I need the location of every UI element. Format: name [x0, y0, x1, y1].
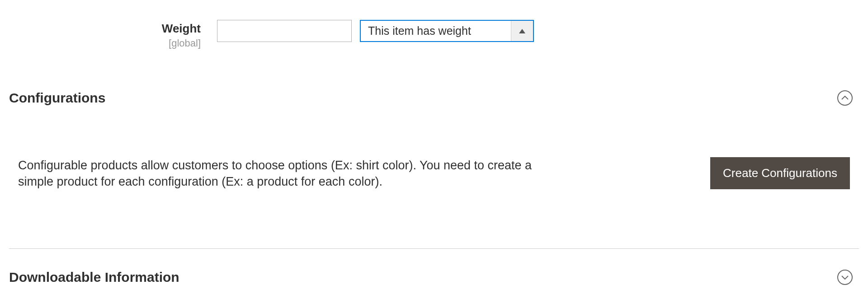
- weight-select-value: This item has weight: [361, 21, 511, 41]
- weight-scope: [global]: [0, 37, 201, 49]
- create-configurations-button[interactable]: Create Configurations: [710, 157, 850, 189]
- weight-controls: lbs This item has weight: [217, 20, 534, 42]
- downloadable-section-header[interactable]: Downloadable Information: [9, 249, 859, 294]
- svg-marker-0: [519, 29, 525, 33]
- downloadable-section: Downloadable Information: [0, 249, 868, 294]
- configurations-description: Configurable products allow customers to…: [18, 157, 538, 190]
- weight-input[interactable]: [217, 20, 363, 42]
- weight-field-row: Weight [global] lbs This item has weight: [0, 0, 868, 59]
- downloadable-title: Downloadable Information: [9, 270, 179, 285]
- configurations-title: Configurations: [9, 90, 105, 106]
- weight-label-column: Weight [global]: [0, 20, 217, 50]
- chevron-up-icon: [511, 21, 533, 41]
- chevron-down-icon: [837, 270, 853, 285]
- weight-has-weight-select[interactable]: This item has weight: [360, 20, 534, 42]
- configurations-section-header[interactable]: Configurations: [9, 59, 859, 112]
- weight-input-wrap: lbs: [217, 20, 352, 42]
- configurations-section: Configurations Configurable products all…: [0, 59, 868, 249]
- configurations-body: Configurable products allow customers to…: [9, 112, 859, 249]
- chevron-up-icon: [837, 90, 853, 106]
- weight-label: Weight: [0, 22, 201, 36]
